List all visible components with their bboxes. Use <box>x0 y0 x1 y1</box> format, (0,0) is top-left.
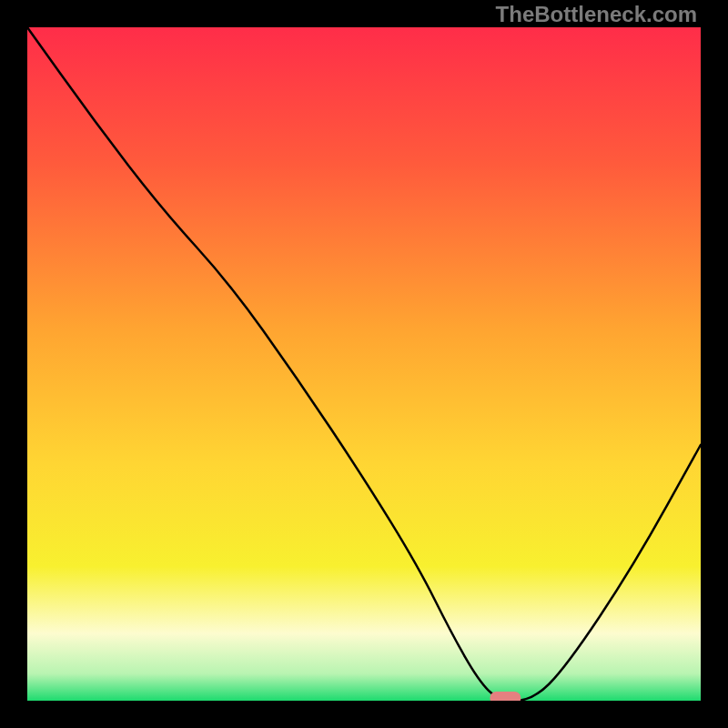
gradient-background <box>27 27 701 701</box>
watermark-label: TheBottleneck.com <box>496 2 697 27</box>
optimal-marker <box>490 692 521 701</box>
bottleneck-chart <box>27 27 701 701</box>
